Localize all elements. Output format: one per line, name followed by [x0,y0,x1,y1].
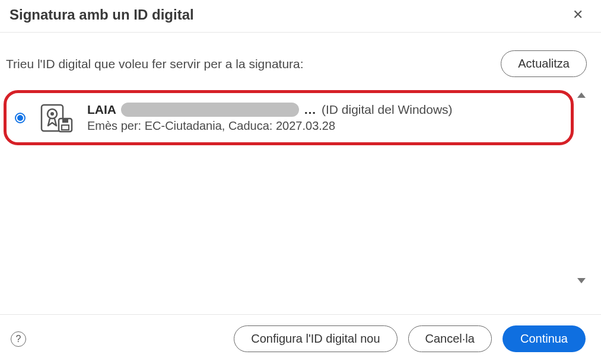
instruction-text: Trieu l'ID digital que voleu fer servir … [6,57,304,71]
scroll-down-icon[interactable] [577,278,586,283]
refresh-button[interactable]: Actualitza [501,50,587,77]
certificate-text: LAIA … (ID digital del Windows) Emès per… [87,103,453,133]
svg-rect-4 [62,119,68,123]
cancel-button[interactable]: Cancel·la [408,325,492,352]
ellipsis: … [304,103,317,117]
redacted-name-portion [121,103,299,117]
help-icon[interactable]: ? [11,331,26,347]
expires-date: 2027.03.28 [276,119,335,132]
scroll-up-icon[interactable] [577,92,586,98]
dialog-header: Signatura amb un ID digital ✕ [0,0,601,33]
certificate-details: Emès per: EC-Ciutadania, Caduca: 2027.03… [87,119,453,133]
sign-dialog: Signatura amb un ID digital ✕ Trieu l'ID… [0,0,601,364]
id-list-area: LAIA … (ID digital del Windows) Emès per… [0,90,601,314]
digital-id-option[interactable]: LAIA … (ID digital del Windows) Emès per… [4,90,574,145]
certificate-source: (ID digital del Windows) [322,103,453,117]
expires-word: Caduca: [228,119,273,132]
dialog-title: Signatura amb un ID digital [9,7,194,23]
issuer: EC-Ciutadania [145,119,222,132]
radio-dot-icon [17,115,23,121]
close-icon[interactable]: ✕ [569,6,587,24]
scrollbar[interactable] [576,90,587,286]
radio-selected[interactable] [15,113,26,123]
configure-new-id-button[interactable]: Configura l'ID digital nou [234,325,397,352]
instruction-row: Trieu l'ID digital que voleu fer servir … [0,33,601,90]
dialog-footer: ? Configura l'ID digital nou Cancel·la C… [0,314,601,364]
certificate-save-icon [40,103,73,133]
issued-by-word: Emès per: [87,119,141,132]
certificate-name: LAIA [87,103,116,117]
svg-point-2 [50,112,54,116]
continue-button[interactable]: Continua [503,325,586,352]
